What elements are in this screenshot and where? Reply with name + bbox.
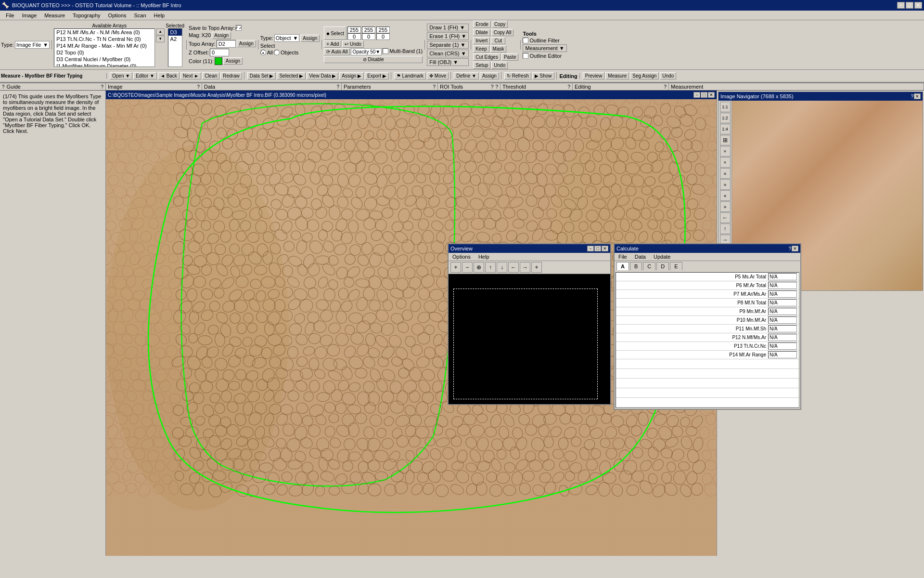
selected-d3[interactable]: D3	[168, 29, 182, 36]
nav-rew-btn[interactable]: »	[720, 179, 731, 190]
calc-update-menu[interactable]: Update	[652, 253, 672, 260]
type-obj-dropdown[interactable]: Object ▼	[274, 34, 300, 42]
ov-minus-btn[interactable]: −	[462, 262, 473, 273]
selected-btn[interactable]: Selected ▶	[277, 72, 306, 79]
open-btn[interactable]: Open ▼	[110, 72, 132, 79]
radio-objects[interactable]	[274, 50, 280, 55]
fill-obj-dropdown[interactable]: Fill (OBJ) ▼	[427, 58, 469, 66]
menu-topography[interactable]: Topography	[69, 12, 104, 19]
fit-btn[interactable]: ⊞	[720, 135, 731, 145]
multiband-check[interactable]	[383, 48, 388, 54]
zoom-12-btn[interactable]: 1:2	[720, 113, 731, 123]
measurement-dropdown[interactable]: Measurement ▼	[523, 44, 566, 52]
select-btn[interactable]: ■ Select	[324, 26, 346, 40]
undo-edit-btn[interactable]: Undo	[491, 62, 508, 69]
calc-val-p13[interactable]	[768, 342, 797, 350]
cut-btn[interactable]: Cut	[491, 37, 505, 44]
zoom-11-btn[interactable]: 1:1	[720, 102, 731, 112]
assign-btn-1[interactable]: Assign	[212, 32, 231, 39]
preview-btn[interactable]: Preview	[583, 72, 605, 79]
calc-val-p5[interactable]	[768, 273, 797, 280]
calc-file-menu[interactable]: File	[616, 253, 629, 260]
seg-assign-btn[interactable]: Seg Assign	[630, 72, 659, 79]
calc-val-p12[interactable]	[768, 334, 797, 341]
calc-val-p10[interactable]	[768, 316, 797, 324]
redraw-btn[interactable]: Redraw	[220, 72, 242, 79]
array-item-d2[interactable]: D2 Topo (0)	[54, 49, 154, 56]
array-item-d3[interactable]: D3 Central Nuclei / Myofiber (0)	[54, 56, 154, 63]
z-offset-input[interactable]	[210, 49, 229, 56]
data-set-btn[interactable]: Data Set ▶	[247, 72, 276, 79]
calc-val-p11[interactable]	[768, 325, 797, 332]
outline-editor-check[interactable]	[523, 53, 528, 59]
menu-file[interactable]: File	[2, 12, 18, 19]
overview-options-menu[interactable]: Options	[450, 253, 473, 260]
separate-dropdown[interactable]: Separate (1) ▼	[427, 41, 469, 49]
calc-tab-c[interactable]: C	[643, 262, 655, 270]
array-item-p13[interactable]: P13 Tt.N.Cr.Nc - Tt N Central Nc (0)	[54, 36, 154, 42]
calc-val-p8[interactable]	[768, 299, 797, 306]
close-btn[interactable]: ✕	[914, 2, 922, 9]
nav-help-btn[interactable]: ?	[911, 94, 913, 99]
outline-filter-check[interactable]	[523, 38, 528, 43]
color-g2-input[interactable]	[362, 33, 375, 40]
calc-val-p14[interactable]	[768, 351, 797, 358]
nav-horiz-btn[interactable]: ≡	[720, 146, 731, 157]
color-b2-input[interactable]	[376, 33, 390, 40]
view-data-btn[interactable]: View Data ▶	[307, 72, 338, 79]
color-r1-input[interactable]	[347, 26, 361, 33]
show-btn[interactable]: ▶ Show	[532, 72, 554, 79]
ov-cross-btn[interactable]: ⊕	[474, 262, 484, 273]
calc-help-btn[interactable]: ?	[788, 246, 791, 251]
editor-btn[interactable]: Editor ▼	[133, 72, 157, 79]
color-r2-input[interactable]	[347, 33, 361, 40]
auto-all-btn[interactable]: ⟳ Auto All	[324, 48, 350, 55]
assign-btn-3[interactable]: Assign	[223, 57, 243, 65]
array-item-p12[interactable]: P12 N.Mf /Ms.Ar - N.M /Ms Area (0)	[54, 29, 154, 36]
menu-image[interactable]: Image	[18, 12, 41, 19]
color-b1-input[interactable]	[376, 26, 390, 33]
selected-a2[interactable]: A2	[168, 36, 182, 42]
ov-left-btn[interactable]: ←	[508, 262, 519, 273]
calc-tab-a[interactable]: A	[616, 262, 629, 270]
add-btn[interactable]: + Add	[324, 40, 341, 48]
erase1-dropdown[interactable]: Erase 1 (FH) ▼	[427, 32, 469, 40]
array-item-i1[interactable]: I1 Myofiber Minimum Diameter (0)	[54, 63, 154, 67]
calc-tab-e[interactable]: E	[670, 262, 682, 270]
calc-data-menu[interactable]: Data	[633, 253, 648, 260]
color-g1-input[interactable]	[362, 26, 375, 33]
export-btn[interactable]: Export ▶	[365, 72, 389, 79]
array-item-p14[interactable]: P14 Mf.Ar Range - Max - Min Mf Ar (0)	[54, 42, 154, 49]
overview-close-btn[interactable]: ✕	[602, 246, 608, 251]
copy-btn[interactable]: Copy	[492, 21, 508, 28]
nav-close-btn[interactable]: ✕	[914, 93, 921, 99]
minimize-btn[interactable]: −	[897, 2, 905, 9]
ov-right-btn[interactable]: →	[520, 262, 530, 273]
ov-down-btn[interactable]: ↓	[497, 262, 507, 273]
radio-all[interactable]	[260, 50, 266, 55]
img-minimize-btn[interactable]: −	[693, 92, 700, 98]
nav-rew2-btn[interactable]: »	[720, 201, 731, 212]
draw1-dropdown[interactable]: Draw 1 (FH) ▼	[427, 24, 469, 31]
ov-plus2-btn[interactable]: +	[531, 262, 542, 273]
undo-meas-btn[interactable]: Undo	[660, 72, 676, 79]
selected-arrays-list[interactable]: D3 A2	[168, 28, 182, 67]
calc-val-p7[interactable]	[768, 290, 797, 298]
nav-left-btn[interactable]: ←	[720, 212, 731, 223]
opacity-dropdown[interactable]: Opacity 50▼	[351, 48, 382, 55]
calc-val-p9[interactable]	[768, 308, 797, 315]
assign-data-btn[interactable]: Assign ▶	[339, 72, 364, 79]
menu-scan[interactable]: Scan	[130, 12, 150, 19]
overview-help-menu[interactable]: Help	[476, 253, 491, 260]
topo-array-input[interactable]	[217, 40, 236, 48]
list-dn-btn[interactable]: ▼	[156, 36, 165, 42]
measure-btn[interactable]: Measure	[605, 72, 629, 79]
calc-val-p6[interactable]	[768, 282, 797, 289]
keep-btn[interactable]: Keep	[473, 45, 489, 53]
move-btn[interactable]: ✥ Move	[427, 72, 449, 79]
calc-close-btn[interactable]: ✕	[792, 246, 798, 251]
next-btn[interactable]: Next ►	[180, 72, 201, 79]
list-up-btn[interactable]: ▲	[156, 28, 165, 35]
maximize-btn[interactable]: □	[906, 2, 913, 9]
back-btn[interactable]: ◄ Back	[158, 72, 180, 79]
